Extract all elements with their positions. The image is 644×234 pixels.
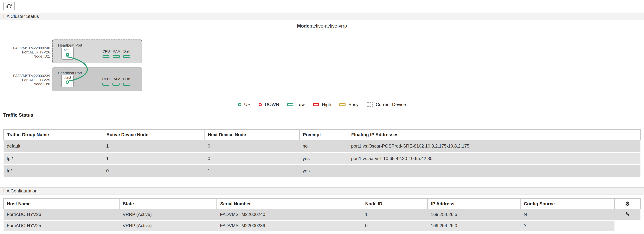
metric-cpu: CPU bbox=[102, 77, 110, 86]
cell-host-name: FortiADC-HYV26 bbox=[4, 209, 119, 220]
ha-status-page: HA Cluster Status Mode:active-active-vrr… bbox=[0, 0, 644, 234]
port-box[interactable]: port2 bbox=[61, 75, 74, 87]
cell-group-name: default bbox=[4, 140, 103, 152]
metric-disk: Disk bbox=[123, 77, 130, 86]
ha-configuration-title: HA Configuration bbox=[3, 188, 38, 193]
metric-ram: RAM bbox=[113, 49, 120, 58]
refresh-icon bbox=[6, 4, 12, 8]
cell-preempt: yes bbox=[300, 165, 348, 177]
ram-label[interactable]: RAM bbox=[113, 49, 120, 54]
disk-low-icon bbox=[123, 83, 130, 86]
disk-low-icon bbox=[123, 55, 130, 58]
table-row: tg1 0 1 yes bbox=[4, 165, 640, 177]
node-metrics: CPU RAM Disk bbox=[102, 77, 130, 86]
refresh-button[interactable] bbox=[3, 2, 15, 10]
cell-ip-address: 169.254.26.0 bbox=[428, 220, 520, 231]
mode-value: active-active-vrrp bbox=[311, 23, 347, 28]
actions-cell-empty bbox=[614, 220, 640, 231]
legend-label: Current Device bbox=[376, 102, 406, 107]
table-row: default 1 0 no port1 vs:Oscar-POSProd-GR… bbox=[4, 140, 640, 152]
legend-label: DOWN bbox=[265, 102, 279, 107]
busy-icon bbox=[339, 103, 346, 106]
cell-state: VRRP (Active) bbox=[119, 209, 217, 220]
ha-configuration-table: Host Name State Serial Number Node ID IP… bbox=[3, 198, 641, 232]
col-ip-address: IP Address bbox=[428, 198, 520, 209]
legend-current-device: Current Device bbox=[367, 102, 406, 107]
cell-floating-ip bbox=[348, 165, 640, 177]
node-labels-peer: FADVMSTM22000239 FortiADC-HYV25 Node ID:… bbox=[0, 74, 50, 86]
column-settings-gear-icon[interactable]: ⚙ bbox=[625, 201, 630, 207]
node-hostname: FortiADC-HYV25 bbox=[0, 78, 50, 82]
node-serial: FADVMSTM22000239 bbox=[0, 74, 50, 78]
port-box[interactable]: port2 bbox=[62, 47, 74, 60]
node-labels-current: FADVMSTM22000240 FortiADC-HYV26 Node ID:… bbox=[0, 46, 50, 58]
down-icon bbox=[259, 103, 262, 106]
legend-up: UP bbox=[238, 102, 250, 107]
metric-ram: RAM bbox=[112, 77, 120, 86]
table-row: tg2 1 0 yes port1 vs:aa-vs1 10.65.42.30-… bbox=[4, 152, 640, 165]
node-box-current: Heartbeat Port port2 CPU RAM Disk bbox=[52, 39, 142, 63]
col-node-id: Node ID bbox=[362, 198, 428, 209]
cell-preempt: yes bbox=[300, 152, 348, 165]
cell-host-name: FortiADC-HYV25 bbox=[4, 220, 119, 231]
section-ha-cluster-status: HA Cluster Status bbox=[0, 13, 644, 20]
legend-low: Low bbox=[287, 102, 305, 107]
cell-active-node: 1 bbox=[103, 140, 204, 152]
legend-high: High bbox=[313, 102, 331, 107]
col-serial-number: Serial Number bbox=[217, 198, 362, 209]
status-legend: UP DOWN Low High Busy Current Device bbox=[0, 102, 644, 108]
traffic-header-row: Traffic Group Name Active Device Node Ne… bbox=[4, 129, 640, 140]
up-icon bbox=[238, 103, 241, 106]
disk-label[interactable]: Disk bbox=[123, 49, 130, 54]
node-id: Node ID:0 bbox=[0, 82, 50, 86]
legend-busy: Busy bbox=[339, 102, 358, 107]
ram-label[interactable]: RAM bbox=[112, 77, 120, 82]
ram-low-icon bbox=[113, 55, 120, 58]
cpu-low-icon bbox=[102, 55, 110, 58]
cell-group-name: tg1 bbox=[4, 165, 103, 177]
disk-label[interactable]: Disk bbox=[123, 77, 130, 82]
col-config-source: Config Source bbox=[520, 198, 614, 209]
node-serial: FADVMSTM22000240 bbox=[0, 46, 50, 50]
traffic-status-table: Traffic Group Name Active Device Node Ne… bbox=[3, 129, 641, 177]
cpu-label[interactable]: CPU bbox=[102, 49, 110, 54]
cell-next-node: 0 bbox=[204, 140, 299, 152]
table-row[interactable]: FortiADC-HYV25 VRRP (Active) FADVMSTM220… bbox=[4, 220, 640, 231]
ram-low-icon bbox=[112, 83, 119, 86]
cluster-diagram: FADVMSTM22000240 FortiADC-HYV26 Node ID:… bbox=[0, 39, 644, 91]
legend-label: High bbox=[322, 102, 331, 107]
col-floating-ip: Floating IP Addresses bbox=[348, 129, 640, 140]
col-active-device-node: Active Device Node bbox=[103, 129, 204, 140]
cell-next-node: 1 bbox=[204, 165, 299, 177]
cell-floating-ip: port1 vs:Oscar-POSProd-GRE-8102 10.8.2.1… bbox=[348, 140, 640, 152]
col-preempt: Preempt bbox=[300, 129, 348, 140]
port-name: port2 bbox=[64, 76, 71, 80]
cell-ip-address: 169.254.26.5 bbox=[428, 209, 520, 220]
cpu-low-icon bbox=[102, 83, 109, 86]
cell-node-id: 1 bbox=[362, 209, 428, 220]
legend-label: UP bbox=[244, 102, 250, 107]
metric-disk: Disk bbox=[123, 49, 130, 58]
cell-group-name: tg2 bbox=[4, 152, 103, 165]
high-icon bbox=[313, 103, 319, 106]
cell-serial-number: FADVMSTM22000240 bbox=[217, 209, 362, 220]
table-row[interactable]: FortiADC-HYV26 VRRP (Active) FADVMSTM220… bbox=[4, 209, 640, 220]
cell-preempt: no bbox=[300, 140, 348, 152]
legend-down: DOWN bbox=[259, 102, 279, 107]
node-id: Node ID:1 bbox=[0, 54, 50, 58]
col-host-name: Host Name bbox=[4, 198, 119, 209]
cpu-label[interactable]: CPU bbox=[102, 77, 110, 82]
cell-config-source: N bbox=[520, 209, 614, 220]
metric-cpu: CPU bbox=[102, 49, 110, 58]
col-traffic-group-name: Traffic Group Name bbox=[4, 129, 103, 140]
cell-active-node: 1 bbox=[103, 152, 204, 165]
edit-row-icon[interactable]: ✎ bbox=[625, 211, 630, 217]
mode-label: Mode: bbox=[297, 23, 311, 28]
col-next-device-node: Next Device Node bbox=[204, 129, 299, 140]
col-state: State bbox=[119, 198, 217, 209]
current-device-icon bbox=[367, 102, 373, 107]
port-name: port2 bbox=[64, 48, 71, 52]
node-metrics: CPU RAM Disk bbox=[102, 49, 130, 58]
ha-cluster-status-title: HA Cluster Status bbox=[3, 14, 39, 19]
config-header-row: Host Name State Serial Number Node ID IP… bbox=[4, 198, 640, 209]
